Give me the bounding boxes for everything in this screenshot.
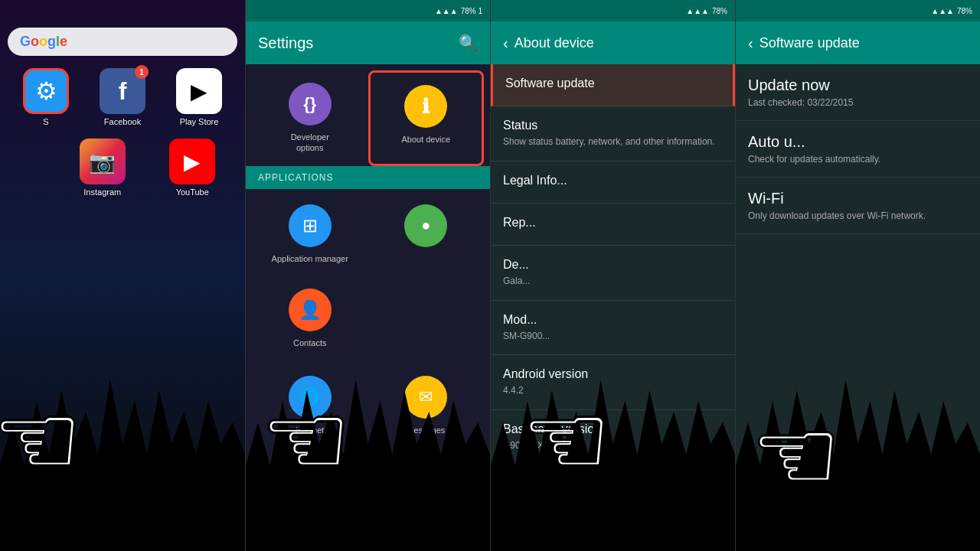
android-version-title: Android version — [503, 367, 723, 381]
about-device-title: About device — [514, 35, 594, 51]
facebook-badge: 1 — [135, 65, 149, 79]
cursor-hand-3: ☞ — [521, 390, 611, 490]
cursor-hand-4: ☞ — [751, 406, 841, 505]
settings-header: Settings 🔍 — [246, 21, 490, 64]
software-update-title: Software update — [505, 77, 720, 90]
app-instagram[interactable]: 📷 Instagram — [80, 139, 126, 197]
auto-update-sub: Check for updates automatically. — [748, 154, 968, 165]
wifi-only-title: Wi-Fi — [748, 190, 968, 207]
instagram-icon[interactable]: 📷 — [80, 139, 126, 184]
auto-update-title: Auto u... — [748, 133, 968, 151]
developer-options-icon[interactable]: {} — [289, 83, 332, 126]
wifi-only-sub: Only download updates over Wi-Fi network… — [748, 210, 968, 221]
software-update-header: ‹ Software update — [736, 21, 980, 64]
settings-contacts[interactable]: 👤 Contacts — [252, 276, 368, 360]
status-icons-4: ▲▲▲ 78% — [931, 7, 972, 15]
about-device-icon[interactable]: ℹ — [404, 85, 447, 128]
wifi-icon-2: ▲▲▲ — [435, 7, 458, 15]
panel-settings: ▲▲▲ 78% 1 Settings 🔍 {} Developeroptions… — [245, 0, 490, 551]
facebook-icon[interactable]: f 1 — [100, 68, 145, 114]
status-icons-3: ▲▲▲ 78% — [686, 7, 727, 15]
update-now-item[interactable]: Update now Last checked: 03/22/2015 — [736, 64, 980, 121]
app-settings[interactable]: ⚙ S — [23, 68, 69, 126]
about-device-header: ‹ About device — [491, 21, 735, 64]
application-manager-icon[interactable]: ⊞ — [289, 204, 332, 247]
battery-3: 78% — [712, 7, 727, 15]
report-title: Rep... — [503, 216, 723, 230]
device-name-sub: Gala... — [503, 275, 723, 288]
status-bar-4: ▲▲▲ 78% — [736, 0, 980, 21]
youtube-icon[interactable]: ▶ — [169, 139, 215, 184]
cursor-hand-1: ☞ — [0, 390, 82, 490]
wifi-icon-4: ▲▲▲ — [931, 7, 954, 15]
settings-developer-options[interactable]: {} Developeroptions — [252, 70, 368, 166]
report-item[interactable]: Rep... — [491, 204, 735, 246]
app-play-store[interactable]: ▶ Play Store — [176, 68, 222, 126]
panel-about-device: ▲▲▲ 78% ‹ About device Software update S… — [490, 0, 735, 551]
settings-icon[interactable]: ⚙ — [23, 68, 69, 114]
youtube-label: YouTube — [176, 187, 209, 197]
status-title: Status — [503, 119, 723, 132]
back-button-4[interactable]: ‹ — [748, 34, 753, 52]
software-update-item[interactable]: Software update — [491, 64, 735, 106]
legal-info-item[interactable]: Legal Info... — [491, 161, 735, 204]
battery-4: 78% — [957, 7, 972, 15]
settings-title: Settings — [258, 34, 313, 52]
app-facebook[interactable]: f 1 Facebook — [100, 68, 145, 126]
settings-top-grid: {} Developeroptions ℹ About device — [246, 64, 490, 166]
model-number-sub: SM-G900... — [503, 330, 723, 343]
legal-info-title: Legal Info... — [503, 174, 723, 187]
model-number-item[interactable]: Mod... SM-G900... — [491, 301, 735, 356]
applications-grid: ⊞ Application manager ● 👤 Contacts — [246, 189, 490, 364]
device-name-item[interactable]: De... Gala... — [491, 246, 735, 301]
status-subtitle: Show status battery, network, and other … — [503, 135, 723, 148]
settings-about-device[interactable]: ℹ About device — [368, 70, 485, 166]
panel-home: 📶 📡 78% Google ⚙ S f 1 Facebook — [0, 0, 245, 551]
google-search-bar[interactable]: Google — [8, 28, 237, 56]
model-number-title: Mod... — [503, 313, 723, 327]
auto-update-item[interactable]: Auto u... Check for updates automaticall… — [736, 121, 980, 178]
update-now-title: Update now — [748, 77, 968, 94]
back-button-3[interactable]: ‹ — [503, 34, 508, 52]
wifi-icon-3: ▲▲▲ — [686, 7, 709, 15]
battery-2: 78% 1 — [461, 7, 482, 15]
status-icons-2: ▲▲▲ 78% 1 — [435, 7, 482, 15]
app-youtube[interactable]: ▶ YouTube — [169, 139, 215, 197]
settings-application-manager[interactable]: ⊞ Application manager — [252, 192, 368, 276]
software-update-title: Software update — [760, 35, 860, 51]
play-store-icon[interactable]: ▶ — [176, 68, 222, 114]
settings-label: S — [43, 117, 48, 126]
software-update-list: Update now Last checked: 03/22/2015 Auto… — [736, 64, 980, 234]
update-now-sub: Last checked: 03/22/2015 — [748, 97, 968, 108]
cursor-hand-2: ☞ — [261, 390, 351, 490]
panel-software-update: ▲▲▲ 78% ‹ Software update Update now Las… — [735, 0, 980, 551]
facebook-label: Facebook — [104, 117, 141, 126]
contacts-label: Contacts — [293, 337, 326, 348]
instagram-label: Instagram — [83, 187, 121, 197]
search-icon[interactable]: 🔍 — [459, 34, 478, 52]
applications-section-label: APPLICATIONS — [246, 166, 490, 189]
messages-icon[interactable]: ✉ — [404, 376, 447, 419]
about-device-label: About device — [401, 134, 450, 145]
status-bar-3: ▲▲▲ 78% — [491, 0, 735, 21]
application-manager-label: Application manager — [272, 253, 348, 264]
developer-options-label: Developeroptions — [291, 132, 329, 154]
green-icon: ● — [404, 204, 447, 247]
wifi-only-item[interactable]: Wi-Fi Only download updates over Wi-Fi n… — [736, 178, 980, 234]
play-store-label: Play Store — [180, 117, 219, 126]
contacts-icon[interactable]: 👤 — [289, 289, 332, 331]
settings-item-green: ● — [368, 192, 485, 276]
status-bar-2: ▲▲▲ 78% 1 — [246, 0, 490, 21]
google-logo: Google — [20, 34, 67, 50]
device-name-title: De... — [503, 258, 723, 272]
status-item[interactable]: Status Show status battery, network, and… — [491, 106, 735, 161]
